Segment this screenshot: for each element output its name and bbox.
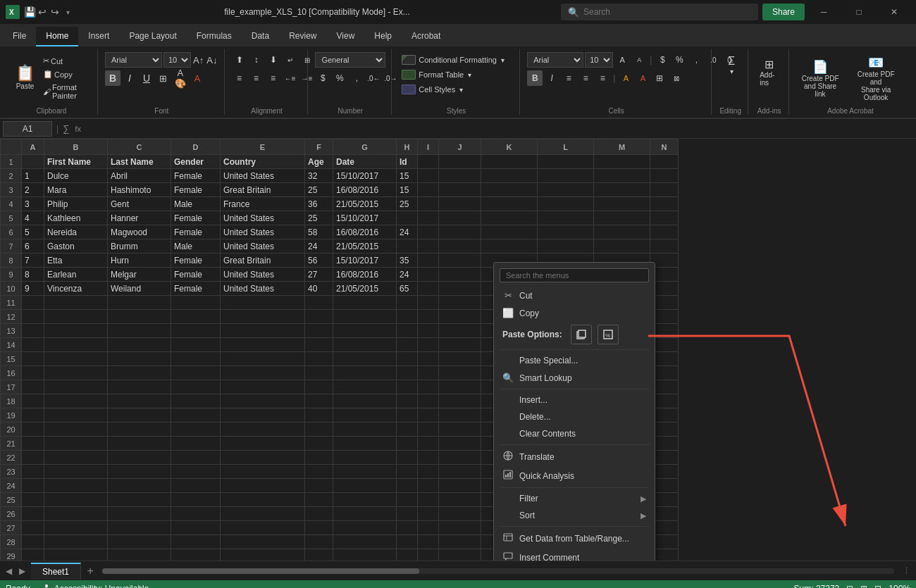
cell-F10[interactable]: 40	[305, 282, 333, 296]
context-menu-copy[interactable]: ⬜ Copy	[494, 304, 655, 322]
cell-empty[interactable]	[333, 493, 397, 507]
cell-empty[interactable]	[171, 324, 221, 338]
cell-empty[interactable]	[44, 352, 108, 366]
cell-A1[interactable]	[22, 155, 44, 169]
cell-H8[interactable]: 35	[397, 254, 418, 268]
cell-empty[interactable]	[22, 324, 44, 338]
cell-empty[interactable]	[305, 451, 333, 465]
borders-button[interactable]: ⊞	[156, 70, 171, 86]
context-menu-insert[interactable]: Insert...	[494, 392, 655, 408]
cell-empty[interactable]	[481, 225, 538, 239]
cell-A2[interactable]: 1	[22, 169, 44, 183]
cell-C9[interactable]: Melgar	[108, 268, 171, 282]
cell-empty[interactable]	[22, 521, 44, 535]
cell-empty[interactable]	[333, 521, 397, 535]
cell-empty[interactable]	[305, 366, 333, 380]
cell-empty[interactable]	[221, 493, 305, 507]
cell-empty[interactable]	[221, 324, 305, 338]
col-header-A[interactable]: A	[22, 139, 44, 155]
col-header-G[interactable]: G	[333, 139, 397, 155]
cell-A3[interactable]: 2	[22, 183, 44, 197]
cell-F7[interactable]: 24	[305, 239, 333, 254]
align-center-button[interactable]: ≡	[249, 70, 264, 86]
cell-empty[interactable]	[305, 394, 333, 408]
cell-empty[interactable]	[418, 211, 439, 225]
row-header[interactable]: 5	[1, 211, 22, 225]
cell-D8[interactable]: Female	[171, 254, 221, 268]
cell-E9[interactable]: United States	[221, 268, 305, 282]
context-menu-delete[interactable]: Delete...	[494, 408, 655, 425]
font-size-select[interactable]: 10	[163, 52, 191, 68]
cell-empty[interactable]	[418, 197, 439, 211]
cell-empty[interactable]	[439, 183, 481, 197]
cell-empty[interactable]	[397, 338, 418, 352]
cell-G2[interactable]: 15/10/2017	[333, 169, 397, 183]
cell-empty[interactable]	[418, 479, 439, 493]
cell-empty[interactable]	[333, 465, 397, 479]
context-menu-paste-special[interactable]: Paste Special...	[494, 352, 655, 369]
create-pdf-button[interactable]: 📄 Create PDFand Share link	[796, 52, 844, 104]
cell-empty[interactable]	[439, 394, 481, 408]
cell-empty[interactable]	[439, 197, 481, 211]
cell-empty[interactable]	[418, 423, 439, 437]
cell-empty[interactable]	[305, 310, 333, 324]
cell-empty[interactable]	[333, 352, 397, 366]
cell-empty[interactable]	[538, 155, 594, 169]
cell-empty[interactable]	[108, 521, 171, 535]
cell-empty[interactable]	[305, 338, 333, 352]
cut-button[interactable]: ✂Cut	[40, 55, 92, 67]
mini-merge[interactable]: ⊠	[669, 70, 684, 86]
context-menu-quick-analysis[interactable]: Quick Analysis	[494, 466, 655, 485]
add-sheet-button[interactable]: +	[81, 562, 99, 580]
cell-G7[interactable]: 21/05/2015	[333, 239, 397, 254]
cell-empty[interactable]	[44, 394, 108, 408]
percent-button[interactable]: %	[332, 70, 347, 86]
cell-empty[interactable]	[221, 535, 305, 549]
cell-H4[interactable]: 25	[397, 197, 418, 211]
cell-empty[interactable]	[439, 282, 481, 296]
tab-data[interactable]: Data	[242, 27, 279, 46]
nav-arrows[interactable]: ◀ ▶	[0, 566, 31, 576]
cell-empty[interactable]	[333, 310, 397, 324]
cell-empty[interactable]	[171, 521, 221, 535]
cell-empty[interactable]	[108, 479, 171, 493]
context-menu-search[interactable]	[500, 268, 649, 282]
cell-empty[interactable]	[538, 211, 594, 225]
table-row[interactable]: 54KathleenHannerFemaleUnited States2515/…	[1, 211, 679, 225]
context-menu-sort[interactable]: Sort ▶	[494, 507, 655, 524]
cell-empty[interactable]	[418, 296, 439, 310]
cell-empty[interactable]	[397, 296, 418, 310]
cell-empty[interactable]	[418, 451, 439, 465]
cell-empty[interactable]	[305, 549, 333, 561]
row-header[interactable]: 7	[1, 239, 22, 254]
align-left-button[interactable]: ≡	[232, 70, 247, 86]
cell-F6[interactable]: 58	[305, 225, 333, 239]
cell-empty[interactable]	[439, 493, 481, 507]
cell-empty[interactable]	[439, 366, 481, 380]
cell-empty[interactable]	[481, 211, 538, 225]
cell-G10[interactable]: 21/05/2015	[333, 282, 397, 296]
cell-empty[interactable]	[439, 535, 481, 549]
cell-empty[interactable]	[333, 408, 397, 423]
cell-E3[interactable]: Great Britain	[221, 183, 305, 197]
cell-empty[interactable]	[221, 479, 305, 493]
cell-empty[interactable]	[221, 352, 305, 366]
cell-empty[interactable]	[108, 408, 171, 423]
cell-C3[interactable]: Hashimoto	[108, 183, 171, 197]
context-menu-cut[interactable]: ✂ Cut	[494, 287, 655, 304]
cell-D4[interactable]: Male	[171, 197, 221, 211]
customize-btn[interactable]: ▾	[62, 6, 73, 18]
cell-empty[interactable]	[481, 197, 538, 211]
cell-empty[interactable]	[221, 380, 305, 394]
cell-empty[interactable]	[538, 169, 594, 183]
view-page-layout-icon[interactable]: ⊞	[860, 584, 867, 588]
cell-A8[interactable]: 7	[22, 254, 44, 268]
context-menu-filter[interactable]: Filter ▶	[494, 490, 655, 507]
cell-empty[interactable]	[305, 535, 333, 549]
cell-empty[interactable]	[221, 507, 305, 521]
cell-F2[interactable]: 32	[305, 169, 333, 183]
cell-E7[interactable]: United States	[221, 239, 305, 254]
cell-empty[interactable]	[108, 549, 171, 561]
cell-E2[interactable]: United States	[221, 169, 305, 183]
cell-H2[interactable]: 15	[397, 169, 418, 183]
